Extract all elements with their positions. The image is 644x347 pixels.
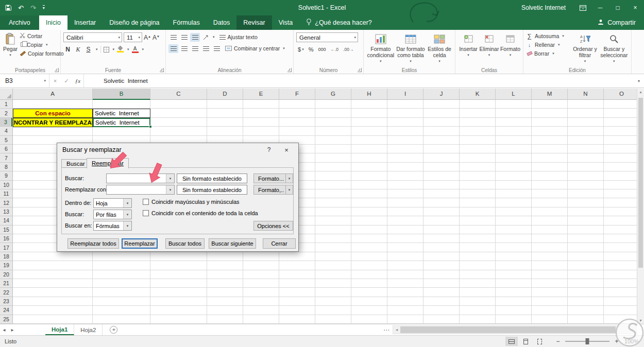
row-header-16[interactable]: 16 <box>0 234 12 243</box>
find-input[interactable]: ▾ <box>106 173 175 183</box>
dialog-title[interactable]: Buscar y reemplazar <box>62 143 122 157</box>
dialog-button-reemplazar[interactable]: Reemplazar <box>122 238 158 249</box>
search-order-select[interactable]: Por filas ▾ <box>93 210 132 219</box>
format-cells-dropdown-icon[interactable]: ▾ <box>510 53 512 57</box>
orientation-button[interactable] <box>201 33 211 42</box>
insert-cells-dropdown-icon[interactable]: ▾ <box>467 53 469 57</box>
column-header-A[interactable]: A <box>13 89 93 100</box>
row-header-25[interactable]: 25 <box>0 315 12 324</box>
maximize-button[interactable]: □ <box>609 0 626 15</box>
ribbon-tab-vista[interactable]: Vista <box>272 15 300 30</box>
within-dropdown-icon[interactable]: ▾ <box>123 199 131 207</box>
bottom-align-button[interactable] <box>190 33 200 42</box>
format-cells-button[interactable]: Formato ▾ <box>500 31 521 58</box>
copy-dropdown-icon[interactable]: ▾ <box>46 43 48 47</box>
match-case-checkbox[interactable]: Coincidir mayúsculas y minúsculas <box>143 199 240 205</box>
insert-function-icon[interactable]: ƒx <box>72 74 83 88</box>
merge-center-button[interactable]: Combinar y centrar ▾ <box>225 45 285 51</box>
middle-align-button[interactable] <box>179 33 189 42</box>
column-header-N[interactable]: N <box>568 89 604 100</box>
paste-dropdown-icon[interactable]: ▾ <box>9 53 11 57</box>
bold-button[interactable]: N <box>64 46 72 53</box>
column-header-M[interactable]: M <box>532 89 568 100</box>
undo-icon[interactable]: ↶ <box>18 4 24 12</box>
row-header-20[interactable]: 20 <box>0 270 12 279</box>
dialog-help-button[interactable]: ? <box>262 143 276 157</box>
dialog-close-button[interactable]: × <box>279 143 294 157</box>
column-header-O[interactable]: O <box>604 89 640 100</box>
column-header-F[interactable]: F <box>279 89 315 100</box>
ribbon-display-options-icon[interactable] <box>574 0 591 15</box>
row-header-10[interactable]: 10 <box>0 181 12 189</box>
find-select-button[interactable]: Buscar y seleccionar ▾ <box>599 31 629 64</box>
save-icon[interactable] <box>5 5 11 11</box>
conditional-formatting-button[interactable]: Formato condicional ▾ <box>366 31 395 64</box>
page-break-view-button[interactable] <box>533 337 546 346</box>
enter-formula-icon[interactable]: ✓ <box>61 74 72 88</box>
alignment-dialog-launcher-icon[interactable] <box>287 68 292 72</box>
italic-button[interactable]: K <box>74 46 82 54</box>
dialog-button-cerrar[interactable]: Cerrar <box>263 238 296 249</box>
row-header-7[interactable]: 7 <box>0 153 12 162</box>
decrease-indent-button[interactable] <box>201 44 211 53</box>
ribbon-tab-formulas[interactable]: Fórmulas <box>166 15 207 30</box>
look-in-dropdown-icon[interactable]: ▾ <box>123 221 131 230</box>
font-size-dropdown-icon[interactable]: ▾ <box>138 36 140 40</box>
borders-button[interactable] <box>104 47 109 53</box>
autosum-dropdown-icon[interactable]: ▾ <box>562 34 564 38</box>
column-header-K[interactable]: K <box>460 89 496 100</box>
font-name-dropdown-icon[interactable]: ▾ <box>118 36 120 40</box>
find-format-button[interactable]: Formato... ▾ <box>253 173 293 183</box>
top-align-button[interactable] <box>168 33 178 42</box>
fill-dropdown-icon[interactable]: ▾ <box>558 43 560 47</box>
row-header-18[interactable]: 18 <box>0 252 12 261</box>
dialog-tab-buscar[interactable]: Buscar <box>61 159 90 168</box>
column-header-H[interactable]: H <box>351 89 387 100</box>
dialog-button-buscar-siguiente[interactable]: Buscar siguiente <box>209 238 256 249</box>
name-box[interactable]: B3 ▾ <box>0 74 49 88</box>
cell-A2[interactable]: Con espacio <box>13 109 93 118</box>
match-entire-cell-checkbox[interactable]: Coincidir con el contenido de toda la ce… <box>143 210 258 216</box>
orientation-dropdown-icon[interactable]: ▾ <box>213 35 215 39</box>
search-order-dropdown-icon[interactable]: ▾ <box>123 210 131 219</box>
dialog-tab-reemplazar[interactable]: Reemplazar <box>87 158 129 168</box>
column-header-D[interactable]: D <box>207 89 243 100</box>
ribbon-tab-inicio[interactable]: Inicio <box>39 15 67 30</box>
match-case-box[interactable] <box>143 199 149 205</box>
fill-handle[interactable] <box>149 125 152 128</box>
scroll-right-icon[interactable]: ▸ <box>629 327 636 332</box>
column-header-G[interactable]: G <box>315 89 351 100</box>
ribbon-tab-revisar[interactable]: Revisar <box>236 15 272 30</box>
cancel-formula-icon[interactable]: × <box>49 74 61 88</box>
row-header-21[interactable]: 21 <box>0 279 12 288</box>
sort-filter-button[interactable]: AZ Ordenar y filtrar ▾ <box>571 31 599 64</box>
row-header-1[interactable]: 1 <box>0 100 12 109</box>
number-format-dropdown-icon[interactable]: ▾ <box>354 36 356 40</box>
horizontal-scrollbar[interactable]: ◂ ▸ <box>393 325 637 334</box>
font-size-combo[interactable]: 11 ▾ <box>124 32 142 42</box>
redo-icon[interactable]: ↷ <box>30 4 36 12</box>
page-layout-view-button[interactable] <box>519 337 532 346</box>
row-header-8[interactable]: 8 <box>0 163 12 171</box>
clear-dropdown-icon[interactable]: ▾ <box>552 51 554 56</box>
zoom-level[interactable]: 100% <box>622 338 641 344</box>
formula-bar-expand-icon[interactable]: ▾ <box>634 74 644 88</box>
scroll-down-icon[interactable]: ▾ <box>637 318 644 323</box>
column-header-J[interactable]: J <box>423 89 460 100</box>
row-header-15[interactable]: 15 <box>0 225 12 234</box>
decrease-font-size-button[interactable]: A▼ <box>152 34 160 41</box>
zoom-in-button[interactable]: + <box>613 338 621 345</box>
sheet-nav-right-icon[interactable]: ▸ <box>8 327 16 333</box>
borders-dropdown-icon[interactable]: ▾ <box>113 47 115 51</box>
delete-cells-button[interactable]: Eliminar ▾ <box>479 31 500 58</box>
scroll-left-icon[interactable]: ◂ <box>393 327 400 332</box>
replace-dropdown-icon[interactable]: ▾ <box>166 185 174 194</box>
row-header-19[interactable]: 19 <box>0 261 12 270</box>
scroll-up-icon[interactable]: ▴ <box>637 90 644 94</box>
font-color-dropdown-icon[interactable]: ▾ <box>142 47 144 51</box>
cell-A3[interactable]: ENCONTRAR Y REEMPLAZAR <box>13 118 93 127</box>
zoom-out-button[interactable]: − <box>554 338 562 345</box>
within-select[interactable]: Hoja ▾ <box>93 198 132 208</box>
sheet-tab-hoja1[interactable]: Hoja1 <box>45 324 74 335</box>
cut-button[interactable]: Cortar <box>20 31 63 40</box>
